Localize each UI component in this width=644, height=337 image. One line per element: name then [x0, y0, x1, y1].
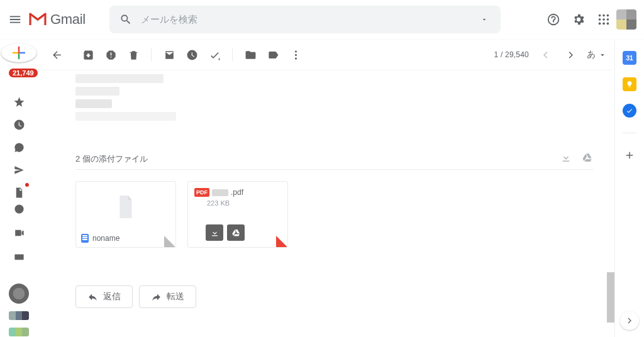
drive-icon	[231, 228, 241, 238]
svg-point-5	[607, 18, 609, 21]
prev-button[interactable]	[534, 43, 557, 66]
labels-button[interactable]	[262, 43, 284, 66]
star-icon	[13, 96, 25, 108]
search-placeholder: メールを検索	[141, 14, 472, 26]
chevron-right-icon	[565, 49, 577, 61]
help-icon	[547, 13, 560, 26]
calendar-day-label: 31	[626, 55, 633, 62]
plus-icon	[624, 150, 635, 161]
hangouts-contact-1[interactable]	[9, 284, 29, 304]
download-all-button[interactable]	[560, 152, 572, 165]
attachments-header: 2 個の添付ファイル	[75, 152, 593, 165]
delete-button[interactable]	[122, 43, 145, 66]
svg-rect-15	[14, 254, 23, 260]
google-apps-button[interactable]	[591, 7, 616, 32]
move-to-button[interactable]	[239, 43, 262, 66]
drive-icon	[582, 152, 593, 163]
keep-addon[interactable]	[623, 77, 636, 91]
svg-rect-10	[19, 52, 25, 54]
sidebar-starred[interactable]	[6, 94, 31, 110]
clock-icon	[186, 49, 198, 61]
message-counter: 1 / 29,540	[494, 50, 529, 59]
mark-unread-button[interactable]	[158, 43, 180, 66]
get-addons-button[interactable]	[623, 148, 636, 162]
input-tools-button[interactable]: あ	[584, 43, 607, 66]
sidebar-drafts[interactable]	[6, 184, 31, 201]
reply-actions: 返信 転送	[75, 285, 593, 308]
hangouts-video[interactable]	[6, 224, 31, 241]
svg-point-18	[294, 57, 296, 59]
reply-button[interactable]: 返信	[75, 285, 133, 308]
sidebar-chat[interactable]	[6, 139, 31, 155]
svg-point-16	[294, 50, 296, 52]
hamburger-icon	[8, 13, 22, 26]
svg-point-7	[602, 23, 605, 25]
back-button[interactable]	[45, 43, 68, 66]
hangouts-keyboard[interactable]	[6, 248, 31, 265]
attachment-size: 223 KB	[207, 199, 230, 207]
svg-point-8	[607, 23, 609, 25]
save-all-drive-button[interactable]	[582, 152, 593, 165]
reply-label: 返信	[103, 291, 121, 302]
calendar-addon[interactable]: 31	[623, 51, 636, 65]
sidebar-sent[interactable]	[6, 162, 31, 178]
main-menu-button[interactable]	[3, 7, 28, 32]
collapse-side-panel-button[interactable]	[620, 311, 639, 330]
add-task-button[interactable]	[203, 43, 226, 66]
check-icon	[626, 107, 633, 114]
tasks-addon[interactable]	[623, 104, 636, 118]
hangouts-chat[interactable]	[6, 201, 31, 217]
next-button[interactable]	[559, 43, 582, 66]
chevron-right-icon	[625, 316, 635, 326]
compose-button[interactable]	[1, 43, 36, 62]
report-spam-icon	[105, 49, 117, 61]
svg-rect-12	[13, 52, 18, 54]
snooze-button[interactable]	[180, 43, 203, 66]
content-column: 1 / 29,540 あ 2 個の添付ファイル	[38, 40, 615, 337]
gmail-logo[interactable]: Gmail	[29, 11, 86, 28]
forward-label: 転送	[167, 291, 184, 302]
forward-button[interactable]: 転送	[139, 285, 196, 308]
message-body: 2 個の添付ファイル noname	[38, 74, 612, 308]
svg-rect-9	[18, 47, 20, 52]
hangouts-section	[6, 201, 31, 337]
pdf-badge-icon: PDF	[194, 188, 209, 197]
attachment-save-drive-button[interactable]	[227, 224, 245, 241]
svg-point-14	[14, 204, 23, 213]
settings-button[interactable]	[566, 7, 591, 32]
apps-grid-icon	[597, 13, 611, 26]
sidebar-snoozed[interactable]	[6, 116, 31, 133]
caret-down-icon	[598, 49, 607, 61]
label-icon	[267, 49, 279, 61]
archive-button[interactable]	[77, 43, 99, 66]
file-icon	[13, 187, 25, 199]
search-options-button[interactable]	[472, 16, 497, 23]
plus-multicolor-icon	[9, 43, 28, 62]
task-icon	[209, 49, 221, 61]
caret-down-icon	[480, 16, 488, 23]
support-button[interactable]	[541, 7, 566, 32]
account-avatar[interactable]	[616, 9, 636, 30]
svg-point-1	[602, 14, 605, 17]
sidebar-inbox[interactable]: 21,749	[6, 71, 31, 87]
scrollbar[interactable]	[607, 272, 614, 323]
search-icon[interactable]	[113, 7, 138, 32]
attachment-card[interactable]: PDF .pdf 223 KB	[187, 181, 288, 248]
svg-point-6	[599, 23, 601, 25]
speech-icon	[13, 203, 25, 215]
input-lang-label: あ	[584, 49, 598, 60]
forward-icon	[151, 292, 162, 302]
arrow-left-icon	[51, 49, 63, 61]
search-bar[interactable]: メールを検索	[109, 6, 501, 33]
attachment-download-button[interactable]	[206, 224, 223, 241]
spam-button[interactable]	[99, 43, 122, 66]
gmail-m-icon	[29, 13, 47, 26]
hangouts-contact-2[interactable]	[9, 311, 29, 320]
more-button[interactable]	[284, 43, 307, 66]
reply-icon	[87, 292, 98, 302]
hangouts-contact-3[interactable]	[9, 328, 29, 336]
drafts-indicator	[25, 183, 29, 187]
doc-icon	[81, 234, 89, 243]
svg-point-2	[607, 14, 609, 17]
attachment-card[interactable]: noname	[75, 181, 176, 248]
